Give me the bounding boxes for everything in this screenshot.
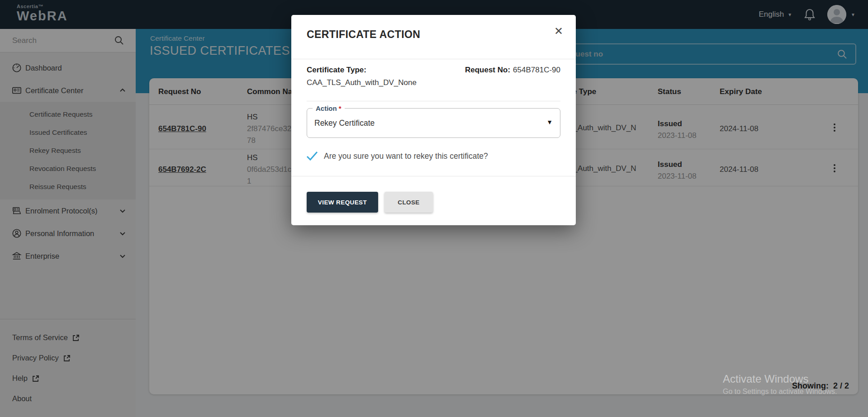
dialog-divider: [307, 101, 560, 101]
action-select[interactable]: Action* Rekey Certificate ▼: [307, 108, 560, 138]
confirm-text: Are you sure you want to rekey this cert…: [324, 152, 488, 161]
action-selected-value: Rekey Certificate: [314, 109, 375, 137]
close-button[interactable]: CLOSE: [384, 192, 433, 213]
dialog-divider: [291, 176, 576, 176]
dropdown-arrow-icon: ▼: [546, 118, 553, 126]
dialog-title: CERTIFICATE ACTION: [307, 28, 420, 41]
dialog-divider: [291, 59, 576, 59]
request-no-value: 654B781C-90: [513, 66, 560, 74]
certificate-type-label: Certificate Type:: [307, 66, 366, 75]
certificate-type-value: CAA_TLS_Auth_with_DV_None: [307, 78, 417, 87]
request-no-field: Request No:654B781C-90: [465, 66, 560, 75]
certificate-action-dialog: CERTIFICATE ACTION ✕ Certificate Type: C…: [291, 15, 576, 225]
webra-app: Ascertia™ WebRA English ▼: [0, 0, 868, 417]
view-request-button[interactable]: VIEW REQUEST: [307, 192, 378, 213]
request-no-label: Request No:: [465, 66, 510, 74]
check-icon: [306, 151, 318, 161]
close-icon[interactable]: ✕: [554, 26, 563, 37]
confirm-checkbox[interactable]: Are you sure you want to rekey this cert…: [306, 151, 488, 161]
